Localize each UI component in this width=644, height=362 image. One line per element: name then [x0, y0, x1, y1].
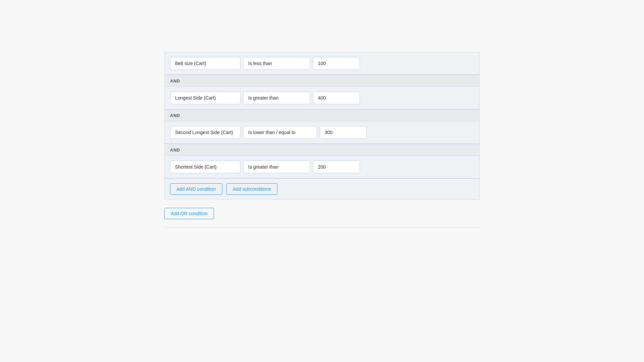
- condition-row-1: Belt size (Cart) Is less than: [165, 52, 479, 75]
- field-select-3[interactable]: Second Longest Side (Cart): [170, 126, 240, 139]
- condition-row-3: Second Longest Side (Cart) Is lower than…: [165, 121, 479, 144]
- operator-select-1[interactable]: Is less than: [243, 57, 310, 70]
- or-condition-area: Add OR condition: [164, 208, 480, 219]
- operator-select-2[interactable]: Is greater than: [243, 92, 310, 104]
- and-label-3: AND: [170, 147, 180, 153]
- operator-select-4[interactable]: Is greater than: [243, 161, 310, 173]
- value-input-1[interactable]: [313, 57, 360, 70]
- add-and-condition-button[interactable]: Add AND condition: [170, 183, 222, 195]
- buttons-row: Add AND condition Add subconditions: [165, 178, 479, 199]
- value-input-3[interactable]: [320, 126, 367, 139]
- and-separator-2: AND: [165, 109, 479, 121]
- field-select-2[interactable]: Longest Side (Cart): [170, 92, 240, 104]
- add-subconditions-button[interactable]: Add subconditions: [226, 183, 277, 195]
- value-input-4[interactable]: [313, 161, 360, 173]
- add-or-condition-button[interactable]: Add OR condition: [164, 208, 214, 219]
- and-separator-1: AND: [165, 75, 479, 87]
- page-container: Belt size (Cart) Is less than AND Longes…: [164, 52, 480, 228]
- condition-row-4: Shortest Side (Cart) Is greater than: [165, 156, 479, 178]
- and-label-2: AND: [170, 113, 180, 118]
- condition-row-2: Longest Side (Cart) Is greater than: [165, 87, 479, 109]
- and-label-1: AND: [170, 78, 180, 83]
- condition-group: Belt size (Cart) Is less than AND Longes…: [164, 52, 480, 200]
- field-select-1[interactable]: Belt size (Cart): [170, 57, 240, 70]
- field-select-4[interactable]: Shortest Side (Cart): [170, 161, 240, 173]
- and-separator-3: AND: [165, 144, 479, 156]
- operator-select-3[interactable]: Is lower than / equal to: [243, 126, 317, 139]
- value-input-2[interactable]: [313, 92, 360, 104]
- divider: [164, 227, 480, 228]
